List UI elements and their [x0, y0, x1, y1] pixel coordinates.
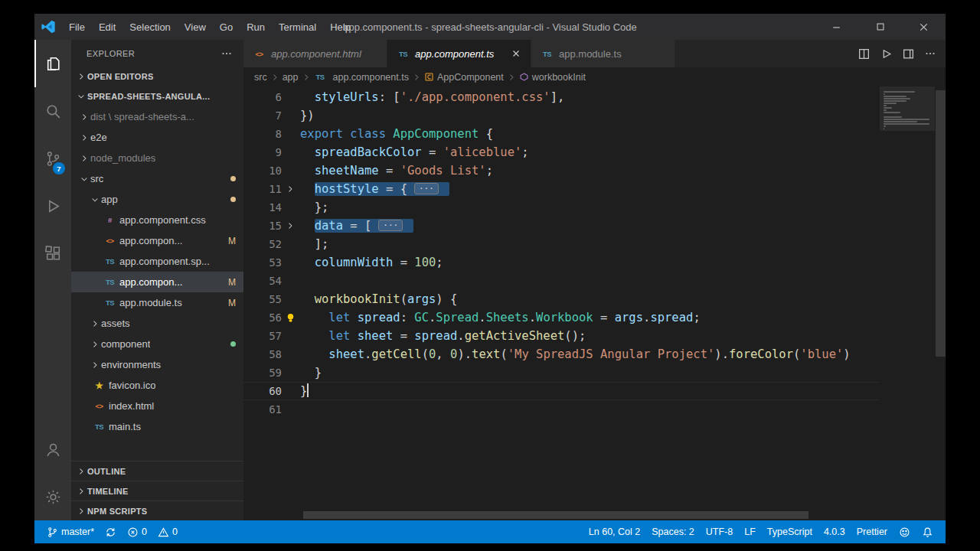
- tree-item-label: environments: [101, 359, 161, 370]
- activity-explorer[interactable]: [34, 40, 71, 87]
- breadcrumb-appcomponent[interactable]: AppComponent: [424, 72, 504, 83]
- code-token: = {: [379, 182, 407, 196]
- activity-run-debug[interactable]: [34, 182, 71, 230]
- line-number: 14: [243, 198, 282, 217]
- lightbulb-icon[interactable]: [282, 308, 299, 327]
- editor-action-split-editor[interactable]: [858, 47, 871, 60]
- tab-app-component-html[interactable]: <>app.component.html: [243, 40, 387, 67]
- status-encoding[interactable]: UTF-8: [701, 527, 737, 537]
- tab-label: app.module.ts: [557, 48, 628, 60]
- tree-folder-src[interactable]: src: [71, 168, 243, 189]
- tree-folder-node-modules[interactable]: node_modules: [71, 148, 243, 168]
- tree-file-app-compon[interactable]: <>app.compon...M: [71, 230, 243, 251]
- status-cursor-position[interactable]: Ln 60, Col 2: [584, 527, 645, 537]
- tree-folder-component[interactable]: component: [71, 334, 243, 354]
- breadcrumb-src[interactable]: src: [254, 72, 267, 83]
- status-sync[interactable]: [100, 527, 121, 538]
- feedback-icon: [899, 527, 910, 538]
- minimap[interactable]: [880, 86, 935, 132]
- menu-run[interactable]: Run: [240, 14, 272, 40]
- section-outline[interactable]: OUTLINE: [71, 461, 243, 481]
- code-line-9: 9 spreadBackColor = 'aliceblue';: [243, 143, 880, 161]
- workbench: 7 EXPLORER OPEN EDITORS SPREAD-SHEETS-AN…: [34, 40, 946, 520]
- status-ts-version[interactable]: 4.0.3: [819, 527, 850, 537]
- tree-file-app-component-sp[interactable]: TSapp.component.sp...: [71, 251, 243, 272]
- status-label: 4.0.3: [824, 527, 845, 537]
- minimap-line: [884, 128, 884, 129]
- code-area[interactable]: 6 styleUrls: ['./app.component.css'],7})…: [243, 86, 880, 510]
- tree-folder-e2e[interactable]: e2e: [71, 127, 243, 148]
- menu-view[interactable]: View: [178, 14, 213, 40]
- line-number: 8: [243, 125, 282, 143]
- open-editors-section[interactable]: OPEN EDITORS: [71, 67, 243, 86]
- tree-file-favicon-ico[interactable]: ★favicon.ico: [71, 375, 243, 396]
- tab-app-component-ts[interactable]: TSapp.component.ts: [387, 40, 531, 67]
- section-timeline[interactable]: TIMELINE: [71, 481, 243, 500]
- breadcrumb-app[interactable]: app: [283, 72, 299, 83]
- folded-code-button[interactable]: ···: [378, 220, 403, 231]
- activity-source-control[interactable]: 7: [34, 135, 71, 182]
- tree-item-label: app.module.ts: [119, 297, 182, 308]
- code-text: ];: [299, 235, 328, 253]
- activity-search[interactable]: [34, 87, 71, 135]
- menu-selection[interactable]: Selection: [122, 14, 177, 40]
- code-token: ;: [521, 145, 528, 159]
- status-language[interactable]: TypeScript: [763, 527, 817, 537]
- breadcrumb-app-component-ts[interactable]: TSapp.component.ts: [314, 72, 409, 83]
- minimap-line: [884, 91, 915, 93]
- window-maximize-button[interactable]: [858, 14, 902, 40]
- section-label: NPM SCRIPTS: [87, 507, 147, 516]
- tree-item-label: app.component.sp...: [119, 256, 210, 267]
- fold-collapsed-icon[interactable]: [282, 217, 299, 235]
- fold-gutter: [282, 327, 299, 345]
- horizontal-scrollbar[interactable]: [303, 511, 808, 519]
- title-bar: FileEditSelectionViewGoRunTerminalHelp a…: [34, 14, 946, 40]
- close-tab-icon[interactable]: [511, 48, 521, 59]
- tree-folder-assets[interactable]: assets: [71, 313, 243, 334]
- vertical-scrollbar[interactable]: [936, 90, 946, 357]
- folded-code-button[interactable]: ···: [414, 183, 439, 194]
- menu-file[interactable]: File: [62, 14, 92, 40]
- status-feedback[interactable]: [894, 527, 915, 538]
- menu-help[interactable]: Help: [323, 14, 358, 40]
- window-close-button[interactable]: [902, 14, 946, 40]
- editor[interactable]: 6 styleUrls: ['./app.component.css'],7})…: [243, 86, 946, 520]
- window-minimize-button[interactable]: [815, 14, 858, 40]
- git-modified-badge: M: [228, 277, 236, 288]
- menu-go[interactable]: Go: [213, 14, 240, 40]
- editor-action-more-actions[interactable]: [924, 47, 936, 60]
- status-warnings[interactable]: 0: [153, 527, 182, 538]
- menu-terminal[interactable]: Terminal: [272, 14, 323, 40]
- editor-action-run[interactable]: [880, 47, 893, 60]
- tree-folder-environments[interactable]: environments: [71, 354, 243, 375]
- tree-file-app-module-ts[interactable]: TSapp.module.tsM: [71, 292, 243, 313]
- status-notifications[interactable]: [917, 527, 938, 538]
- code-line-14: 14 };: [243, 198, 880, 217]
- tree-file-index-html[interactable]: <>index.html: [71, 396, 243, 416]
- status-errors[interactable]: 0: [122, 527, 152, 538]
- activity-settings[interactable]: [34, 473, 71, 520]
- editor-action-layout[interactable]: [902, 47, 915, 60]
- minimap-line: [884, 107, 892, 109]
- status-branch[interactable]: master*: [42, 527, 99, 538]
- status-eol[interactable]: LF: [740, 527, 760, 537]
- status-indentation[interactable]: Spaces: 2: [647, 527, 699, 537]
- tab-app-module-ts[interactable]: TSapp.module.ts: [531, 40, 675, 67]
- vscode-window: FileEditSelectionViewGoRunTerminalHelp a…: [34, 14, 946, 543]
- explorer-more-actions-icon[interactable]: [220, 47, 233, 60]
- activity-accounts[interactable]: [34, 425, 71, 473]
- code-token: (: [422, 347, 429, 361]
- breadcrumb-workbookinit[interactable]: workbookInit: [519, 72, 586, 83]
- tree-file-main-ts[interactable]: TSmain.ts: [71, 416, 243, 437]
- tree-file-app-component-css[interactable]: #app.component.css: [71, 210, 243, 230]
- fold-collapsed-icon[interactable]: [282, 180, 299, 198]
- tree-folder-app[interactable]: app: [71, 189, 243, 210]
- status-formatter[interactable]: Prettier: [852, 527, 892, 537]
- code-token: spreadBackColor: [315, 145, 422, 159]
- tree-file-app-compon[interactable]: TSapp.compon...M: [71, 272, 243, 292]
- tree-folder-dist-spread-sheets-a[interactable]: dist \ spread-sheets-a...: [71, 106, 243, 127]
- project-section[interactable]: SPREAD-SHEETS-ANGULA...: [71, 86, 243, 106]
- activity-extensions[interactable]: [34, 230, 71, 277]
- menu-edit[interactable]: Edit: [92, 14, 122, 40]
- section-npm-scripts[interactable]: NPM SCRIPTS: [71, 500, 243, 520]
